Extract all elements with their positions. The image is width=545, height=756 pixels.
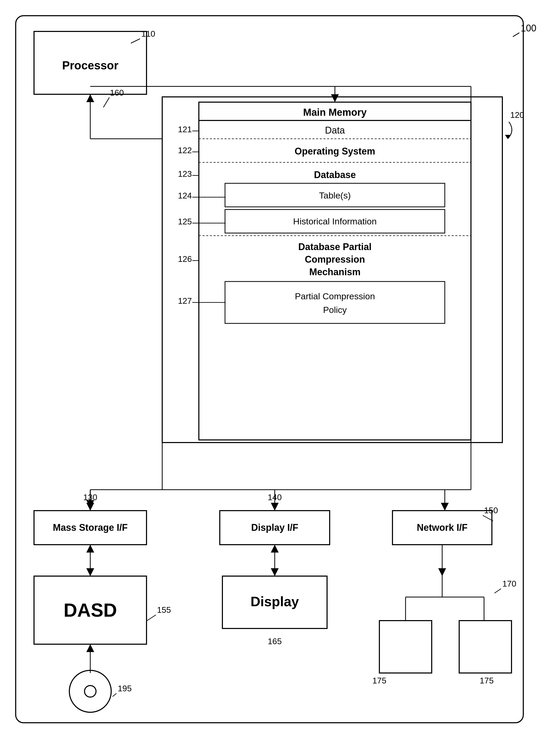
network-if-label: Network I/F bbox=[417, 522, 468, 533]
db-compression-label-line2: Compression bbox=[305, 254, 365, 265]
db-compression-label-line1: Database Partial bbox=[298, 241, 371, 252]
historical-info-label: Historical Information bbox=[293, 216, 376, 226]
mass-storage-label: Mass Storage I/F bbox=[53, 522, 128, 533]
tables-label: Table(s) bbox=[319, 190, 351, 200]
database-label: Database bbox=[314, 169, 356, 180]
ref-124: 124 bbox=[178, 191, 192, 200]
svg-marker-32 bbox=[271, 503, 278, 511]
ref-122: 122 bbox=[178, 146, 192, 155]
ref-100: 100 bbox=[521, 23, 536, 34]
ref-127: 127 bbox=[178, 296, 192, 306]
network-node-2 bbox=[459, 621, 511, 673]
svg-marker-41 bbox=[86, 644, 94, 652]
ref-160: 160 bbox=[110, 88, 124, 97]
display-if-label: Display I/F bbox=[251, 522, 298, 533]
disk-symbol bbox=[69, 670, 111, 712]
processor-label: Processor bbox=[62, 59, 118, 72]
ref-110: 110 bbox=[141, 29, 155, 38]
pcp-box bbox=[225, 282, 445, 323]
dasd-label: DASD bbox=[64, 600, 117, 621]
svg-line-2 bbox=[131, 39, 140, 43]
svg-line-53 bbox=[494, 589, 501, 593]
ref-165: 165 bbox=[268, 637, 281, 646]
ref-170: 170 bbox=[502, 579, 516, 588]
ref-126: 126 bbox=[178, 254, 192, 264]
svg-line-39 bbox=[147, 615, 156, 621]
data-label: Data bbox=[325, 125, 345, 136]
display-label: Display bbox=[251, 594, 299, 609]
ref-121: 121 bbox=[178, 125, 192, 134]
os-label: Operating System bbox=[294, 146, 375, 157]
svg-marker-37 bbox=[86, 568, 94, 576]
ref-195: 195 bbox=[118, 684, 132, 693]
ref-123: 123 bbox=[178, 169, 192, 179]
svg-point-42 bbox=[85, 686, 96, 697]
ref-140: 140 bbox=[268, 493, 281, 502]
svg-marker-38 bbox=[86, 545, 94, 553]
db-compression-label-line3: Mechanism bbox=[309, 267, 360, 277]
svg-marker-46 bbox=[271, 545, 278, 553]
svg-line-19 bbox=[103, 97, 109, 107]
pcp-label-line2: Policy bbox=[323, 305, 347, 315]
svg-marker-45 bbox=[271, 568, 278, 576]
ref-130: 130 bbox=[83, 493, 97, 502]
pcp-label-line1: Partial Compression bbox=[295, 291, 375, 301]
ref-125: 125 bbox=[178, 217, 192, 226]
main-memory-label: Main Memory bbox=[303, 107, 367, 118]
svg-line-43 bbox=[113, 693, 117, 697]
ref-150: 150 bbox=[484, 506, 498, 515]
ref-175-left: 175 bbox=[372, 676, 386, 685]
network-node-1 bbox=[379, 621, 432, 673]
svg-marker-30 bbox=[86, 503, 94, 511]
svg-marker-48 bbox=[438, 568, 446, 576]
svg-line-1 bbox=[513, 33, 519, 37]
ref-155: 155 bbox=[157, 605, 171, 615]
svg-marker-34 bbox=[441, 503, 449, 511]
svg-marker-21 bbox=[331, 94, 339, 102]
diagram: 100 Processor 110 120 Main Memory Data 1… bbox=[0, 0, 545, 756]
ref-120: 120 bbox=[510, 110, 524, 120]
svg-marker-17 bbox=[86, 94, 94, 102]
ref-175-right: 175 bbox=[480, 676, 493, 685]
